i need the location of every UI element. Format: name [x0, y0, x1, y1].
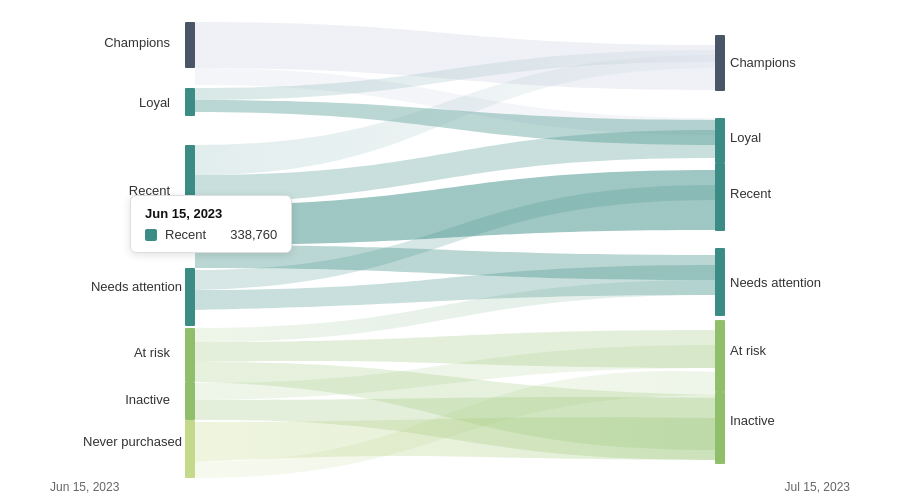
svg-rect-2: [185, 145, 195, 245]
chart-container: Champions Loyal Recent Needs attention A…: [0, 0, 900, 504]
right-label-champions: Champions: [730, 55, 890, 70]
left-label-loyal: Loyal: [10, 95, 170, 110]
right-label-loyal: Loyal: [730, 130, 890, 145]
left-label-never-purchased: Never purchased: [2, 434, 182, 449]
svg-rect-10: [715, 248, 725, 316]
svg-rect-11: [715, 320, 725, 392]
svg-rect-12: [715, 392, 725, 464]
left-label-inactive: Inactive: [10, 392, 170, 407]
svg-rect-6: [185, 420, 195, 478]
svg-rect-0: [185, 22, 195, 68]
sankey-svg: [0, 0, 900, 504]
svg-rect-3: [185, 268, 195, 326]
right-label-at-risk: At risk: [730, 343, 890, 358]
left-label-needs-attention: Needs attention: [2, 279, 182, 294]
date-label-right: Jul 15, 2023: [785, 480, 850, 494]
svg-rect-7: [715, 35, 725, 91]
left-label-recent: Recent: [10, 183, 170, 198]
svg-rect-4: [185, 328, 195, 382]
left-label-champions: Champions: [10, 35, 170, 50]
left-label-at-risk: At risk: [10, 345, 170, 360]
right-label-recent: Recent: [730, 186, 890, 201]
svg-rect-9: [715, 163, 725, 231]
svg-rect-1: [185, 88, 195, 116]
right-label-inactive: Inactive: [730, 413, 890, 428]
svg-rect-5: [185, 382, 195, 420]
right-label-needs-attention: Needs attention: [730, 275, 890, 290]
svg-rect-8: [715, 118, 725, 163]
date-label-left: Jun 15, 2023: [50, 480, 119, 494]
